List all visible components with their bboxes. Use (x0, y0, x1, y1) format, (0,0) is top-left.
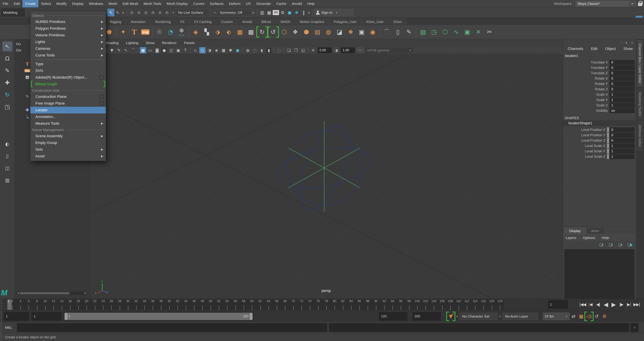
channel-value-field[interactable]: 0 (610, 65, 634, 70)
frame-tick-120[interactable]: 120 (496, 300, 504, 310)
view-transform-dropdown[interactable]: sRGB gamma▼ (365, 47, 414, 53)
channel-value-field[interactable]: 0 (610, 76, 634, 81)
drag-handle[interactable] (0, 311, 2, 322)
shadows-icon[interactable]: ● (234, 47, 241, 53)
combine-icon[interactable]: ▤ (312, 27, 322, 37)
current-time-cursor[interactable]: 1 (8, 300, 12, 310)
timeline-ticks[interactable]: 2468101214161820222426283032343638404244… (8, 300, 504, 310)
symmetry-field[interactable]: Symmetry: Off (217, 9, 252, 16)
menu-mesh-display[interactable]: Mesh Display (164, 0, 190, 7)
uv-cube-icon[interactable]: ⬡ (440, 27, 450, 37)
scroll-left-icon[interactable]: ◀ (17, 292, 19, 294)
frame-tick-80[interactable]: 80 (330, 300, 339, 310)
menu-item-cameras[interactable]: Cameras▶ (30, 45, 106, 52)
range-start-handle[interactable] (65, 313, 68, 320)
frame-tick-48[interactable]: 48 (198, 300, 206, 310)
wireframe-mode-icon[interactable]: ◇ (192, 47, 198, 53)
frame-tick-6[interactable]: 6 (25, 300, 33, 310)
frame-tick-102[interactable]: 102 (422, 300, 430, 310)
svg-tool-icon[interactable]: svg (140, 27, 150, 37)
safe-action-icon[interactable]: ▣ (175, 47, 182, 53)
menu-item-lights[interactable]: Lights▶ (30, 38, 106, 45)
shelf-tab-fx caching[interactable]: FX Caching (190, 18, 216, 25)
menu-item-construction-plane[interactable]: Construction Plane (30, 93, 106, 100)
playback-range-slider[interactable]: 1 120 (64, 312, 254, 321)
channel-box-menu-channels[interactable]: Channels (568, 46, 583, 51)
exposure-field[interactable]: 0.00 (318, 47, 332, 53)
split-face-icon[interactable]: ◪ (334, 27, 345, 37)
option-box[interactable] (99, 101, 104, 105)
frame-tick-40[interactable]: 40 (165, 300, 174, 310)
channel-value-field[interactable]: 0 (610, 138, 634, 143)
shelf-tab-custom[interactable]: Custom (217, 18, 237, 25)
lasso-tool-icon[interactable]: Ω (2, 54, 12, 63)
smooth-mesh-icon[interactable]: ❖ (290, 27, 300, 37)
channel-box-menu-object[interactable]: Object (605, 46, 616, 51)
menu-item-empty-group[interactable]: Empty Group (30, 139, 106, 146)
menu-edit-mesh[interactable]: Edit Mesh (120, 0, 141, 7)
duplicate-input-icon[interactable]: ▩ (246, 27, 256, 37)
frame-tick-54[interactable]: 54 (223, 300, 231, 310)
playblast-icon[interactable]: ▦ (578, 312, 585, 321)
nurbs-star-icon[interactable]: ✦ (118, 27, 128, 37)
wheel-icon[interactable]: ◍ (324, 27, 334, 37)
layer-menu-options[interactable]: Options (583, 236, 595, 240)
menu-generate[interactable]: Generate (254, 0, 274, 7)
shelf-tab-polygons_user[interactable]: Polygons_User (330, 18, 361, 25)
channel-value-field[interactable]: 1 (610, 92, 634, 97)
command-input[interactable] (17, 323, 327, 332)
frame-tick-90[interactable]: 90 (372, 300, 380, 310)
safe-title-icon[interactable]: T (182, 47, 188, 53)
select-object-icon[interactable]: ↖ (114, 9, 122, 16)
layer-overrides-icon[interactable]: ❏ (286, 47, 292, 53)
script-editor-icon[interactable]: ⌗ (630, 323, 638, 332)
frame-tick-52[interactable]: 52 (215, 300, 223, 310)
layer-menu-layers[interactable]: Layers (566, 236, 576, 240)
exposure-icon[interactable]: ✳ (310, 47, 316, 53)
loop-playback-icon[interactable]: ⇄ (570, 312, 578, 321)
uv-layout-icon[interactable]: ✕ (474, 27, 484, 37)
go-to-end-button[interactable]: ▶▶| (633, 300, 640, 309)
frame-tick-8[interactable]: 8 (33, 300, 41, 310)
move-layer-up-icon[interactable]: ❏⇧ (598, 242, 605, 248)
contrast-icon[interactable]: ◑ (333, 47, 340, 53)
audio-icon[interactable]: ◁) (585, 312, 593, 321)
shelf-tab-fx[interactable]: FX (176, 18, 189, 25)
create-layer-from-selected-icon[interactable]: ❏● (626, 242, 633, 248)
isolate-select-icon[interactable]: ▮ (266, 47, 272, 53)
frame-tick-50[interactable]: 50 (206, 300, 215, 310)
menu-surfaces[interactable]: Surfaces (207, 0, 226, 7)
frame-tick-12[interactable]: 12 (49, 300, 58, 310)
camera-attributes-icon[interactable]: ✎ (116, 47, 122, 53)
persp-outliner-layout-icon[interactable]: ▥ (2, 175, 12, 185)
shelf-tab-rigging[interactable]: Rigging (105, 18, 126, 25)
menu-item-sets[interactable]: Sets▶ (30, 146, 106, 153)
uv-unfold-icon[interactable]: ∿ (451, 27, 461, 37)
frame-tick-86[interactable]: 86 (355, 300, 364, 310)
frame-tick-68[interactable]: 68 (281, 300, 289, 310)
menu-create[interactable]: Create (22, 0, 38, 7)
select-hierarchy-icon[interactable]: ↖ (107, 9, 114, 16)
outliner-h-scrollbar[interactable]: ◀ ▶ (16, 292, 87, 295)
frame-tick-70[interactable]: 70 (289, 300, 297, 310)
viewport-menu-lighting[interactable]: Lighting (126, 41, 138, 45)
uv-plane-icon[interactable]: ▧ (418, 27, 428, 37)
menu-item-curve-tools[interactable]: Curve Tools▶ (30, 52, 106, 59)
snap-grid-icon[interactable]: ∩ (128, 9, 136, 16)
live-surface-field[interactable]: No Live Surface (176, 9, 209, 16)
single-pane-layout-icon[interactable]: ▯ (2, 151, 12, 161)
frame-tick-42[interactable]: 42 (174, 300, 182, 310)
scrollbar-handle[interactable] (20, 292, 70, 295)
rotate-tool-icon[interactable]: ↻ (2, 90, 12, 99)
frame-tick-82[interactable]: 82 (339, 300, 347, 310)
channel-manip-off-icon[interactable]: ◦ (618, 40, 623, 45)
mash-network-icon[interactable]: ◈ (191, 27, 201, 37)
anti-alias-icon[interactable]: ◖ (258, 47, 265, 53)
go-to-start-button[interactable]: |◀◀ (579, 300, 586, 309)
motion-blur-icon[interactable]: ◌ (252, 47, 258, 53)
frame-tick-104[interactable]: 104 (430, 300, 438, 310)
ipr-render-icon[interactable]: IPR (273, 10, 279, 15)
outliner-menu-display[interactable]: Dis (16, 48, 28, 52)
viewport-menu-renderer[interactable]: Renderer (162, 41, 176, 45)
sphere-project-icon[interactable]: ◉ (368, 27, 378, 37)
